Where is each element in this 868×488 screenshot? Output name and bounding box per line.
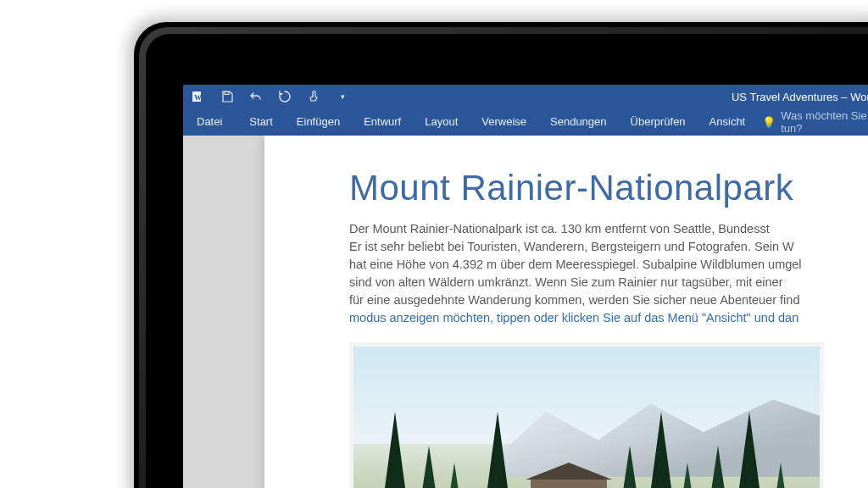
body-line: hat eine Höhe von 4.392 m über dem Meere… <box>349 258 802 271</box>
body-line: Der Mount Rainier-Nationalpark ist ca. 1… <box>349 222 770 236</box>
tab-insert[interactable]: Einfügen <box>285 108 352 136</box>
window-title: US Travel Adventures – Word <box>732 91 868 103</box>
image-tree <box>708 446 728 488</box>
screen: W ▾ US Travel Adventures – Word <box>183 85 868 488</box>
image-tree <box>381 412 409 488</box>
image-tree <box>773 463 788 488</box>
customize-quick-access-icon[interactable]: ▾ <box>331 85 354 108</box>
image-tree <box>484 412 511 488</box>
tell-me-search[interactable]: 💡 Was möchten Sie tun? <box>757 109 868 135</box>
image-cabin <box>531 478 607 488</box>
save-icon[interactable] <box>215 85 239 108</box>
tab-mailings[interactable]: Sendungen <box>538 108 619 136</box>
tab-file[interactable]: Datei <box>190 108 237 136</box>
body-line: für eine ausgedehnte Wanderung kommen, w… <box>349 293 799 307</box>
tab-view[interactable]: Ansicht <box>698 108 758 136</box>
document-body[interactable]: Der Mount Rainier-Nationalpark ist ca. 1… <box>349 220 868 327</box>
tab-design[interactable]: Entwurf <box>352 108 413 136</box>
device-frame: W ▾ US Travel Adventures – Word <box>134 22 868 488</box>
body-link-fragment[interactable]: modus anzeigen möchten, tippen oder klic… <box>349 311 798 324</box>
image-tree <box>648 412 675 488</box>
tab-layout[interactable]: Layout <box>413 108 470 136</box>
image-tree <box>620 446 640 488</box>
image-tree <box>736 412 763 488</box>
tab-review[interactable]: Überprüfen <box>619 108 698 136</box>
device-bezel: W ▾ US Travel Adventures – Word <box>146 34 868 488</box>
image-tree <box>447 463 462 488</box>
redo-icon[interactable] <box>273 85 297 108</box>
document-heading[interactable]: Mount Rainier-Nationalpark <box>349 168 868 208</box>
tab-references[interactable]: Verweise <box>470 108 538 136</box>
ribbon-tabs: Datei Start Einfügen Entwurf Layout Verw… <box>183 108 868 136</box>
image-tree <box>419 446 439 488</box>
image-tree <box>680 463 695 488</box>
document-page[interactable]: Mount Rainier-Nationalpark Der Mount Rai… <box>264 136 868 488</box>
title-bar: W ▾ US Travel Adventures – Word <box>183 85 868 108</box>
undo-icon[interactable] <box>244 85 268 108</box>
word-app-icon[interactable]: W <box>186 85 210 108</box>
document-canvas: Mount Rainier-Nationalpark Der Mount Rai… <box>183 136 868 488</box>
tab-home[interactable]: Start <box>237 108 284 136</box>
svg-rect-2 <box>225 92 229 95</box>
body-line: Er ist sehr beliebt bei Touristen, Wande… <box>349 240 794 253</box>
lightbulb-icon: 💡 <box>762 116 776 129</box>
body-line: sind von alten Wäldern umkränzt. Wenn Si… <box>349 275 783 289</box>
tell-me-placeholder: Was möchten Sie tun? <box>781 109 868 135</box>
touch-mode-icon[interactable] <box>302 85 326 108</box>
svg-text:W: W <box>194 93 202 102</box>
document-image[interactable] <box>349 342 824 488</box>
